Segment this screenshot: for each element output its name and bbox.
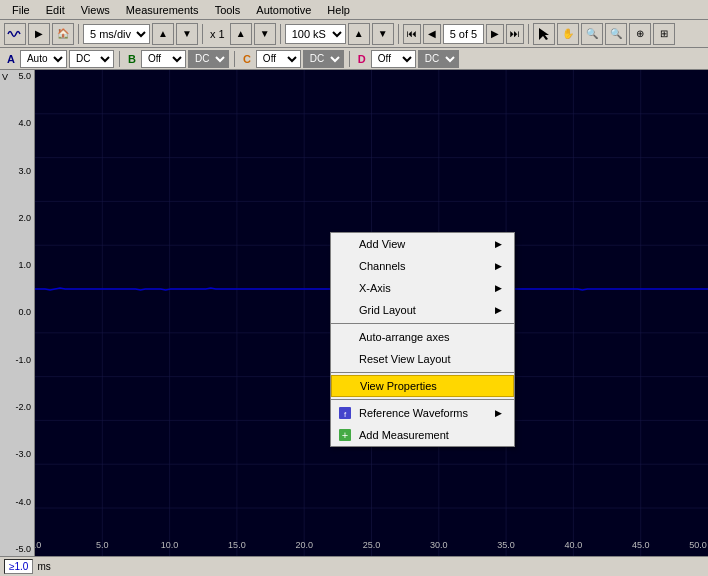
home-btn[interactable]: 🏠 bbox=[52, 23, 74, 45]
y-label-40: 4.0 bbox=[0, 119, 34, 128]
toolbar: ▶ 🏠 5 ms/div ▲ ▼ x 1 ▲ ▼ 100 kS ▲ ▼ ⏮ ◀ … bbox=[0, 20, 708, 48]
channels-arrow: ▶ bbox=[495, 261, 502, 271]
svg-text:20.0: 20.0 bbox=[295, 540, 313, 550]
y-label-m40: -4.0 bbox=[0, 498, 34, 507]
y-label-m50: -5.0 bbox=[0, 545, 34, 554]
run-btn[interactable]: ▶ bbox=[28, 23, 50, 45]
sep2 bbox=[331, 372, 514, 373]
zoom-fit-btn[interactable]: ⊞ bbox=[653, 23, 675, 45]
context-menu: Add View ▶ Channels ▶ X-Axis ▶ Grid Layo… bbox=[330, 232, 515, 447]
svg-text:+: + bbox=[342, 429, 348, 441]
svg-text:35.0: 35.0 bbox=[497, 540, 515, 550]
ctx-reset-view[interactable]: Reset View Layout bbox=[331, 348, 514, 370]
x-axis-arrow: ▶ bbox=[495, 283, 502, 293]
divider3 bbox=[280, 24, 281, 44]
svg-text:50.0: 50.0 bbox=[689, 540, 707, 550]
menu-file[interactable]: File bbox=[4, 2, 38, 18]
ctx-add-measurement[interactable]: + Add Measurement bbox=[331, 424, 514, 446]
sep1 bbox=[331, 323, 514, 324]
ctx-x-axis[interactable]: X-Axis ▶ bbox=[331, 277, 514, 299]
y-label-20: 2.0 bbox=[0, 214, 34, 223]
channel-d-coupling[interactable]: DC bbox=[418, 50, 459, 68]
ctx-channels[interactable]: Channels ▶ bbox=[331, 255, 514, 277]
divider2 bbox=[202, 24, 203, 44]
grid-layout-arrow: ▶ bbox=[495, 305, 502, 315]
mult-down[interactable]: ▼ bbox=[254, 23, 276, 45]
svg-text:25.0: 25.0 bbox=[363, 540, 381, 550]
status-bar: ≥1.0 ms bbox=[0, 556, 708, 576]
y-label-00: 0.0 bbox=[0, 308, 34, 317]
zoom-in-btn[interactable]: 🔍 bbox=[581, 23, 603, 45]
menu-help[interactable]: Help bbox=[319, 2, 358, 18]
svg-text:0.0: 0.0 bbox=[35, 540, 41, 550]
divider5 bbox=[528, 24, 529, 44]
sep3 bbox=[331, 399, 514, 400]
channel-a-coupling[interactable]: DC bbox=[69, 50, 114, 68]
time-up[interactable]: ▲ bbox=[152, 23, 174, 45]
svg-text:30.0: 30.0 bbox=[430, 540, 448, 550]
channel-b-mode[interactable]: Off bbox=[141, 50, 186, 68]
channel-b-coupling[interactable]: DC bbox=[188, 50, 229, 68]
page-indicator: 5 of 5 bbox=[443, 24, 485, 44]
reference-waveforms-arrow: ▶ bbox=[495, 408, 502, 418]
y-label-30: 3.0 bbox=[0, 167, 34, 176]
last-page-btn[interactable]: ⏭ bbox=[506, 24, 524, 44]
channel-c-coupling[interactable]: DC bbox=[303, 50, 344, 68]
y-label-m20: -2.0 bbox=[0, 403, 34, 412]
mult-up[interactable]: ▲ bbox=[230, 23, 252, 45]
chart-container: V 5.0 4.0 3.0 2.0 1.0 0.0 -1.0 -2.0 -3.0… bbox=[0, 70, 708, 556]
menu-tools[interactable]: Tools bbox=[207, 2, 249, 18]
menu-automotive[interactable]: Automotive bbox=[248, 2, 319, 18]
ch-div1 bbox=[119, 51, 120, 67]
ctx-view-properties[interactable]: View Properties bbox=[331, 375, 514, 397]
svg-text:45.0: 45.0 bbox=[632, 540, 650, 550]
channel-bar: A Auto DC B Off DC C Off DC D Off DC bbox=[0, 48, 708, 70]
next-page-btn[interactable]: ▶ bbox=[486, 24, 504, 44]
add-view-arrow: ▶ bbox=[495, 239, 502, 249]
svg-text:5.0: 5.0 bbox=[96, 540, 109, 550]
menu-measurements[interactable]: Measurements bbox=[118, 2, 207, 18]
menu-bar: File Edit Views Measurements Tools Autom… bbox=[0, 0, 708, 20]
y-label-m30: -3.0 bbox=[0, 450, 34, 459]
prev-page-btn[interactable]: ◀ bbox=[423, 24, 441, 44]
hand-btn[interactable]: ✋ bbox=[557, 23, 579, 45]
samples-up[interactable]: ▲ bbox=[348, 23, 370, 45]
status-unit: ms bbox=[37, 561, 50, 572]
status-value: ≥1.0 bbox=[4, 559, 33, 574]
y-label-m10: -1.0 bbox=[0, 356, 34, 365]
zoom-reset-btn[interactable]: ⊕ bbox=[629, 23, 651, 45]
ctx-reference-waveforms[interactable]: f Reference Waveforms ▶ bbox=[331, 402, 514, 424]
cursor-btn[interactable] bbox=[533, 23, 555, 45]
ch-div2 bbox=[234, 51, 235, 67]
y-label-10: 1.0 bbox=[0, 261, 34, 270]
divider4 bbox=[398, 24, 399, 44]
ctx-auto-arrange[interactable]: Auto-arrange axes bbox=[331, 326, 514, 348]
wave-icon[interactable] bbox=[4, 23, 26, 45]
chart-canvas[interactable]: 0.0 5.0 10.0 15.0 20.0 25.0 30.0 35.0 40… bbox=[35, 70, 708, 556]
channel-d-label: D bbox=[355, 53, 369, 65]
samples-down[interactable]: ▼ bbox=[372, 23, 394, 45]
time-down[interactable]: ▼ bbox=[176, 23, 198, 45]
reference-waveforms-icon: f bbox=[337, 405, 353, 421]
samples-select[interactable]: 100 kS bbox=[285, 24, 346, 44]
first-page-btn[interactable]: ⏮ bbox=[403, 24, 421, 44]
svg-text:10.0: 10.0 bbox=[161, 540, 179, 550]
add-measurement-icon: + bbox=[337, 427, 353, 443]
svg-text:15.0: 15.0 bbox=[228, 540, 246, 550]
channel-a-mode[interactable]: Auto bbox=[20, 50, 67, 68]
y-unit: V bbox=[2, 72, 8, 82]
ctx-grid-layout[interactable]: Grid Layout ▶ bbox=[331, 299, 514, 321]
channel-c-mode[interactable]: Off bbox=[256, 50, 301, 68]
menu-views[interactable]: Views bbox=[73, 2, 118, 18]
multiplier-label: x 1 bbox=[207, 28, 228, 40]
channel-b-label: B bbox=[125, 53, 139, 65]
time-div-select[interactable]: 5 ms/div bbox=[83, 24, 150, 44]
zoom-out-btn[interactable]: 🔍 bbox=[605, 23, 627, 45]
ctx-add-view[interactable]: Add View ▶ bbox=[331, 233, 514, 255]
channel-d-mode[interactable]: Off bbox=[371, 50, 416, 68]
channel-c-label: C bbox=[240, 53, 254, 65]
svg-text:40.0: 40.0 bbox=[565, 540, 583, 550]
ch-div3 bbox=[349, 51, 350, 67]
menu-edit[interactable]: Edit bbox=[38, 2, 73, 18]
channel-a-label: A bbox=[4, 53, 18, 65]
